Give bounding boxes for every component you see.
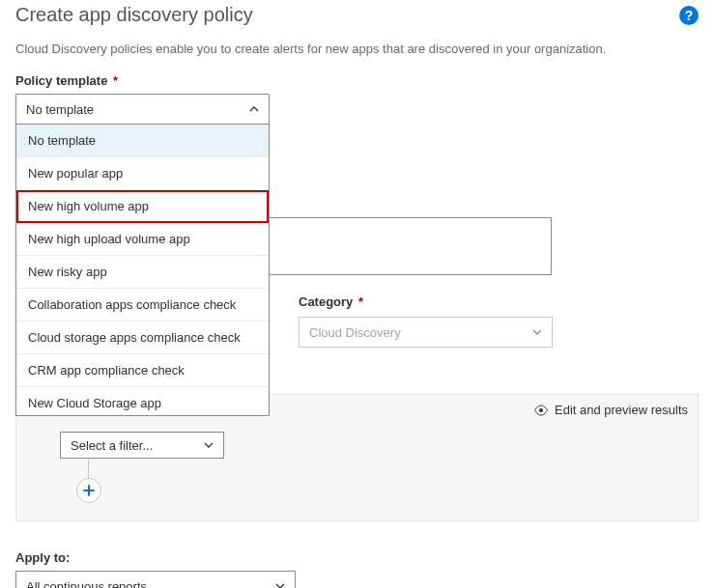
edit-preview-label: Edit and preview results: [555, 403, 688, 417]
chevron-up-icon: [249, 104, 259, 114]
svg-point-0: [539, 408, 543, 412]
chevron-down-icon: [532, 327, 542, 337]
policy-template-option[interactable]: Collaboration apps compliance check: [16, 289, 269, 322]
connector-line: [88, 459, 89, 478]
edit-preview-button[interactable]: Edit and preview results: [533, 403, 688, 417]
filter-select[interactable]: Select a filter...: [60, 432, 224, 459]
policy-template-option[interactable]: Cloud storage apps compliance check: [16, 322, 269, 354]
policy-template-option[interactable]: New popular app: [16, 157, 269, 190]
policy-template-option[interactable]: New risky app: [16, 256, 269, 289]
chevron-down-icon: [204, 440, 214, 450]
policy-template-option[interactable]: CRM app compliance check: [16, 354, 269, 387]
filter-select-label: Select a filter...: [71, 438, 153, 453]
apply-to-value: All continuous reports: [26, 579, 147, 589]
policy-template-option[interactable]: New high volume app: [16, 190, 269, 223]
required-asterisk: *: [358, 294, 363, 309]
plus-icon: [83, 485, 95, 496]
chevron-down-icon: [275, 581, 285, 588]
apply-to-label: Apply to:: [15, 550, 699, 565]
eye-icon: [533, 405, 549, 416]
policy-template-label-text: Policy template: [15, 73, 107, 88]
apply-to-select[interactable]: All continuous reports: [15, 571, 296, 588]
required-asterisk: *: [113, 73, 118, 88]
category-label: Category *: [299, 294, 553, 309]
policy-template-option[interactable]: New Cloud Storage app: [16, 387, 269, 416]
category-select[interactable]: Cloud Discovery: [299, 317, 553, 348]
page-title: Create app discovery policy: [15, 4, 253, 26]
policy-template-selected-value: No template: [26, 102, 94, 117]
add-filter-button[interactable]: [76, 478, 101, 503]
page-description: Cloud Discovery policies enable you to c…: [0, 26, 714, 73]
help-icon[interactable]: ?: [679, 6, 699, 25]
policy-template-label: Policy template *: [15, 73, 699, 88]
policy-template-option[interactable]: No template: [16, 125, 269, 157]
policy-template-list[interactable]: No templateNew popular appNew high volum…: [15, 125, 270, 416]
category-value: Cloud Discovery: [309, 325, 401, 340]
policy-template-option[interactable]: New high upload volume app: [16, 223, 269, 256]
policy-template-trigger[interactable]: No template: [15, 94, 270, 125]
policy-template-dropdown[interactable]: No template No templateNew popular appNe…: [15, 94, 270, 125]
category-label-text: Category: [299, 294, 353, 309]
